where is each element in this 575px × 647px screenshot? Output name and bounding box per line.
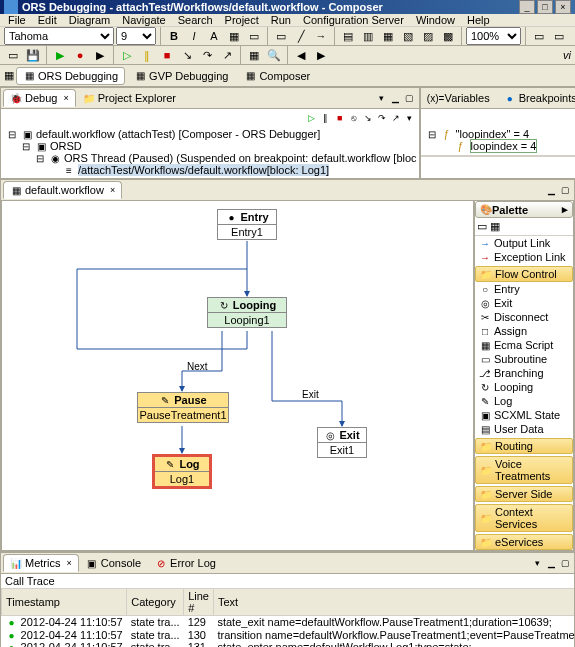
new-button[interactable]: ▭ <box>4 46 22 64</box>
run-config-button[interactable]: ▶ <box>91 46 109 64</box>
palette-item[interactable]: ✎Log <box>475 394 573 408</box>
font-selector[interactable]: Tahoma <box>4 27 114 45</box>
align-bottom-button[interactable]: ▩ <box>439 27 457 45</box>
maximize-view-button[interactable]: ▢ <box>403 91 417 105</box>
maximize-view-button[interactable]: ▢ <box>558 183 572 197</box>
palette-marquee-button[interactable]: ▦ <box>490 220 500 232</box>
debug-button[interactable]: ▶ <box>51 46 69 64</box>
debug-view-menu[interactable]: ▾ <box>403 111 417 125</box>
nav-back-button[interactable]: ◀ <box>292 46 310 64</box>
palette-item[interactable]: ✂Disconnect <box>475 310 573 324</box>
menu-file[interactable]: File <box>2 14 32 26</box>
menu-help[interactable]: Help <box>461 14 496 26</box>
menu-diagram[interactable]: Diagram <box>63 14 117 26</box>
step-return-button[interactable]: ↗ <box>218 46 236 64</box>
workflow-canvas[interactable]: ●Entry Entry1 ↻Looping Looping1 Next Exi… <box>1 200 474 551</box>
tree-row[interactable]: ⊟▣ORSD <box>3 140 417 152</box>
workflow-editor-tab[interactable]: ▦ default.workflow × <box>3 181 122 199</box>
menu-project[interactable]: Project <box>219 14 265 26</box>
tree-row[interactable]: ⊟◉ORS Thread (Paused) (Suspended on brea… <box>3 152 417 164</box>
palette-category[interactable]: 📁Voice Treatments <box>475 456 573 484</box>
console-tab[interactable]: ▣ Console <box>79 554 148 572</box>
step-into-button[interactable]: ↘ <box>178 46 196 64</box>
palette-select-button[interactable]: ▭ <box>477 220 487 232</box>
view-menu-button[interactable]: ▾ <box>530 556 544 570</box>
menu-window[interactable]: Window <box>410 14 461 26</box>
palette-category[interactable]: 📁Server Side <box>475 486 573 502</box>
col-header[interactable]: Text <box>213 589 574 616</box>
line-color-button[interactable]: ▭ <box>245 27 263 45</box>
col-header[interactable]: Category <box>127 589 184 616</box>
tree-row[interactable]: ≡/attachTest/Workflows/default.workflow[… <box>3 164 417 176</box>
disconnect-mini-button[interactable]: ⎋ <box>347 111 361 125</box>
palette-item[interactable]: ▤User Data <box>475 422 573 436</box>
fill-color-button[interactable]: ▦ <box>225 27 243 45</box>
step-over-mini-button[interactable]: ↷ <box>375 111 389 125</box>
palette-item[interactable]: ⎇Branching <box>475 366 573 380</box>
minimize-view-button[interactable]: ▁ <box>544 183 558 197</box>
line-button[interactable]: ╱ <box>292 27 310 45</box>
run-button[interactable]: ● <box>71 46 89 64</box>
variables-tab[interactable]: (x)= Variables <box>423 89 497 107</box>
debug-tab[interactable]: 🐞 Debug × <box>3 89 76 107</box>
palette-category[interactable]: 📁eServices <box>475 534 573 550</box>
palette-item[interactable]: □Assign <box>475 324 573 338</box>
italic-button[interactable]: I <box>185 27 203 45</box>
close-icon[interactable]: × <box>63 93 68 103</box>
perspective-composer[interactable]: ▦Composer <box>237 67 317 85</box>
palette-collapse-button[interactable]: ▸ <box>562 203 568 216</box>
trace-table[interactable]: TimestampCategoryLine #Text● 2012-04-24 … <box>1 588 574 647</box>
menu-run[interactable]: Run <box>265 14 297 26</box>
minimize-view-button[interactable]: ▁ <box>389 91 403 105</box>
palette-item[interactable]: ▣SCXML State <box>475 408 573 422</box>
step-into-mini-button[interactable]: ↘ <box>361 111 375 125</box>
palette-item[interactable]: ○Entry <box>475 282 573 296</box>
close-button[interactable]: × <box>555 0 571 14</box>
align-right-button[interactable]: ▦ <box>379 27 397 45</box>
palette-link[interactable]: →Output Link <box>475 236 573 250</box>
resume-button[interactable]: ▷ <box>118 46 136 64</box>
build-button[interactable]: ▦ <box>245 46 263 64</box>
node-exit[interactable]: ◎Exit Exit1 <box>317 427 367 458</box>
size-selector[interactable]: 9 <box>116 27 156 45</box>
search-button[interactable]: 🔍 <box>265 46 283 64</box>
project-explorer-tab[interactable]: 📁 Project Explorer <box>76 89 183 107</box>
menu-edit[interactable]: Edit <box>32 14 63 26</box>
col-header[interactable]: Timestamp <box>2 589 127 616</box>
metrics-tab[interactable]: 📊 Metrics × <box>3 554 79 572</box>
terminate-button[interactable]: ■ <box>158 46 176 64</box>
palette-category[interactable]: 📁Flow Control <box>475 266 573 282</box>
palette-category[interactable]: 📁Context Services <box>475 504 573 532</box>
node-looping[interactable]: ↻Looping Looping1 <box>207 297 287 328</box>
align-left-button[interactable]: ▤ <box>339 27 357 45</box>
save-button[interactable]: 💾 <box>24 46 42 64</box>
col-header[interactable]: Line # <box>184 589 214 616</box>
menu-configuration-server[interactable]: Configuration Server <box>297 14 410 26</box>
font-color-button[interactable]: A <box>205 27 223 45</box>
align-center-button[interactable]: ▥ <box>359 27 377 45</box>
nav-fwd-button[interactable]: ▶ <box>312 46 330 64</box>
tree-row[interactable]: ⊟▣default.workflow (attachTest) [Compose… <box>3 128 417 140</box>
step-return-mini-button[interactable]: ↗ <box>389 111 403 125</box>
open-perspective-button[interactable]: ▦ <box>4 69 14 82</box>
minimize-button[interactable]: _ <box>519 0 535 14</box>
menu-search[interactable]: Search <box>172 14 219 26</box>
palette-item[interactable]: ▭Subroutine <box>475 352 573 366</box>
palette-link[interactable]: →Exception Link <box>475 250 573 264</box>
node-log[interactable]: ✎Log Log1 <box>152 454 212 489</box>
suspend-mini-button[interactable]: ‖ <box>319 111 333 125</box>
errorlog-tab[interactable]: ⊘ Error Log <box>148 554 223 572</box>
palette-item[interactable]: ◎Exit <box>475 296 573 310</box>
palette-category[interactable]: 📁Routing <box>475 438 573 454</box>
bold-button[interactable]: B <box>165 27 183 45</box>
node-pause[interactable]: ✎Pause PauseTreatment1 <box>137 392 229 423</box>
close-icon[interactable]: × <box>66 558 71 568</box>
palette-item[interactable]: ▦Ecma Script <box>475 338 573 352</box>
perspective-gvp-debugging[interactable]: ▦GVP Debugging <box>127 67 235 85</box>
arrow-button[interactable]: → <box>312 27 330 45</box>
table-row[interactable]: ● 2012-04-24 11:10:57state tra...129stat… <box>2 616 575 629</box>
step-over-button[interactable]: ↷ <box>198 46 216 64</box>
close-icon[interactable]: × <box>110 185 115 195</box>
suspend-button[interactable]: ‖ <box>138 46 156 64</box>
resume-mini-button[interactable]: ▷ <box>305 111 319 125</box>
